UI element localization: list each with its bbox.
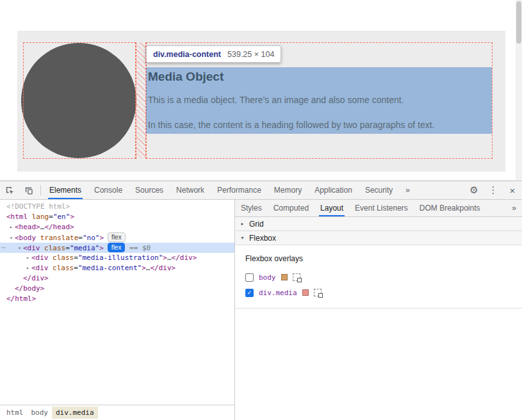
tree-collapsed-arrow-icon[interactable]: ▸	[8, 222, 15, 232]
tree-div-media-close[interactable]: </div>	[0, 273, 234, 284]
sidebar-more-tabs-chevron[interactable]: »	[506, 200, 522, 216]
flexbox-section-label: Flexbox	[249, 234, 276, 243]
tree-token: translate	[36, 234, 78, 242]
tree-token: =	[49, 213, 53, 221]
tree-token: <!DOCTYPE html>	[6, 202, 70, 211]
tree-token: =	[78, 234, 83, 242]
tree-collapsed-arrow-icon[interactable]: ▸	[24, 253, 31, 263]
media-paragraph-1: This is a media object. There’s an image…	[148, 95, 487, 105]
tree-div-media-illustration[interactable]: ▸<div class="media-illustration">…</div>	[0, 253, 234, 263]
tree-token: class	[49, 254, 74, 262]
tree-token: <html	[6, 213, 28, 221]
tab-network[interactable]: Network	[170, 181, 211, 199]
more-tabs-chevron[interactable]: »	[399, 181, 416, 199]
flexbox-section-header[interactable]: ▾ Flexbox	[235, 231, 522, 245]
scrollbar-thumb[interactable]	[516, 1, 521, 44]
flexbox-overlay-row: ✓div.media	[245, 285, 512, 300]
elements-panel: <!DOCTYPE html><html lang="en">▸<head>…<…	[0, 200, 235, 420]
tab-styles[interactable]: Styles	[235, 200, 268, 216]
tree-token: >	[142, 264, 146, 272]
row-menu-dots-icon[interactable]: ⋯	[1, 243, 6, 253]
tree-html-close[interactable]: </html>	[0, 294, 234, 304]
sidebar-empty-area	[235, 309, 522, 420]
tab-computed[interactable]: Computed	[268, 200, 314, 216]
tree-token: =	[65, 244, 70, 252]
device-toolbar-icon	[24, 186, 34, 195]
tab-memory[interactable]: Memory	[268, 181, 308, 199]
tree-body-open[interactable]: ▾<body translate="no">flex	[0, 232, 234, 243]
tree-body-close[interactable]: </body>	[0, 284, 234, 294]
tree-token: </body>	[15, 284, 44, 293]
flexbox-overlay-list: body✓div.media	[245, 270, 512, 300]
tree-token: <div	[23, 244, 40, 252]
tree-div-media-content[interactable]: ▸<div class="media-content">…</div>	[0, 263, 234, 273]
tree-token: >	[163, 254, 167, 262]
overlay-element-label[interactable]: body	[259, 273, 276, 282]
devtools-tab-bar: ElementsConsoleSourcesNetworkPerformance…	[43, 181, 416, 199]
flex-badge[interactable]: flex	[108, 243, 126, 252]
dom-tree: <!DOCTYPE html><html lang="en">▸<head>…<…	[0, 200, 234, 405]
tree-token: "media"	[70, 244, 99, 252]
tree-expanded-arrow-icon[interactable]: ▾	[16, 243, 23, 254]
tree-html-open[interactable]: <html lang="en">	[0, 212, 234, 222]
tree-token: lang	[28, 213, 49, 221]
toolbar-spacer	[416, 181, 464, 199]
dollar-zero-hint: == $0	[125, 244, 151, 252]
flex-badge[interactable]: flex	[108, 232, 126, 242]
kebab-menu-icon: ⋮	[489, 184, 498, 196]
grid-section-header[interactable]: ▸ Grid	[235, 217, 522, 231]
overlay-preview-icon	[293, 273, 300, 281]
page-scrollbar[interactable]	[516, 0, 522, 180]
tab-sources[interactable]: Sources	[129, 181, 170, 199]
crumb-div-media[interactable]: div.media	[52, 407, 98, 419]
expand-arrow-icon: ▾	[239, 235, 246, 241]
devtools-split: <!DOCTYPE html><html lang="en">▸<head>…<…	[0, 200, 522, 420]
tab-performance[interactable]: Performance	[211, 181, 268, 199]
collapse-arrow-icon: ▸	[239, 221, 246, 227]
tab-console[interactable]: Console	[88, 181, 129, 199]
crumb-body[interactable]: body	[28, 407, 53, 419]
tab-layout[interactable]: Layout	[314, 200, 349, 216]
tab-application[interactable]: Application	[308, 181, 359, 199]
media-content-text: Media Object This is a media object. The…	[148, 70, 487, 145]
close-icon: ×	[510, 185, 516, 196]
inspect-element-button[interactable]	[0, 181, 19, 199]
tree-token: class	[40, 244, 66, 252]
tree-doctype[interactable]: <!DOCTYPE html>	[0, 202, 234, 212]
tab-security[interactable]: Security	[359, 181, 399, 199]
tree-collapsed-arrow-icon[interactable]: ▸	[24, 263, 31, 273]
tab-dom-breakpoints[interactable]: DOM Breakpoints	[414, 200, 486, 216]
toolbar-separator	[40, 185, 41, 195]
tree-token: <div	[31, 254, 49, 262]
tree-token: <div	[31, 264, 49, 272]
elements-sidebar: StylesComputedLayoutEvent ListenersDOM B…	[235, 200, 522, 420]
flexbox-overlay-row: body	[245, 270, 512, 285]
overlay-checkbox[interactable]: ✓	[245, 289, 254, 297]
tree-expanded-arrow-icon[interactable]: ▾	[8, 233, 15, 243]
tab-elements[interactable]: Elements	[43, 181, 88, 199]
overlay-checkbox[interactable]	[245, 273, 254, 282]
crumb-html[interactable]: html	[3, 407, 28, 419]
dimension-tooltip: div.media-content 539.25 × 104	[146, 45, 281, 63]
overlay-color-swatch	[302, 289, 309, 296]
overlay-preview-icon	[314, 289, 322, 296]
flex-gap-hatch	[136, 42, 146, 159]
tree-head[interactable]: ▸<head>…</head>	[0, 222, 234, 232]
tree-div-media-open[interactable]: ⋯▾<div class="media">flex == $0	[0, 243, 234, 253]
settings-button[interactable]: ⚙	[464, 181, 484, 199]
device-toolbar-button[interactable]	[19, 181, 38, 199]
tree-token: "media-content"	[78, 264, 142, 272]
overlay-element-label[interactable]: div.media	[259, 289, 297, 297]
tree-token: </div>	[150, 264, 175, 272]
tab-event-listeners[interactable]: Event Listeners	[349, 200, 414, 216]
media-heading: Media Object	[148, 70, 487, 84]
devtools-toolbar: ElementsConsoleSourcesNetworkPerformance…	[0, 181, 522, 200]
tree-token: "en"	[53, 213, 70, 221]
tree-token: >	[99, 234, 104, 242]
page-preview: Media Object This is a media object. The…	[0, 0, 522, 181]
inspect-cursor-icon	[5, 186, 15, 195]
close-devtools-button[interactable]: ×	[503, 181, 522, 199]
more-options-button[interactable]: ⋮	[484, 181, 503, 199]
tooltip-selector: div.media-content	[153, 50, 221, 59]
tree-token: >	[70, 213, 74, 221]
